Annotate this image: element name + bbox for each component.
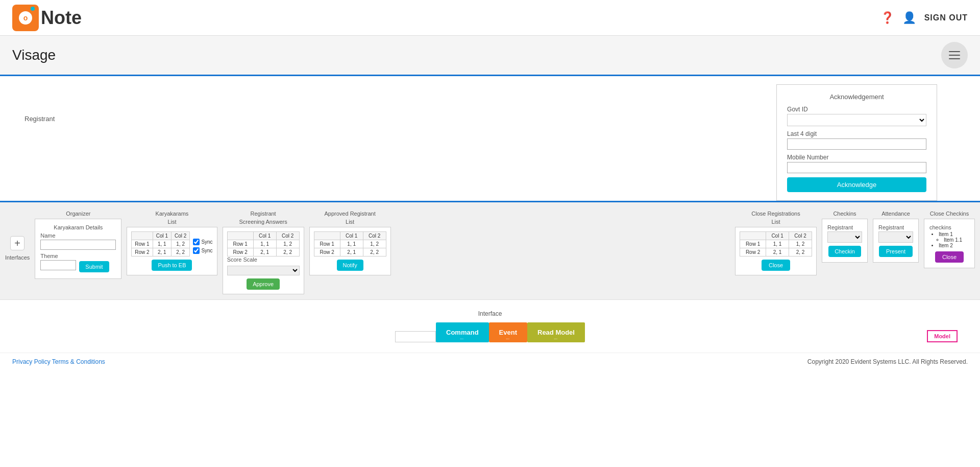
add-interface-area: + Interfaces [5, 236, 30, 261]
checkins-list: Item 1 Item 1.1 Item 2 [929, 231, 969, 248]
score-select[interactable] [227, 266, 300, 275]
name-input[interactable] [40, 240, 116, 250]
cr-r2c1: 2, 1 [766, 248, 789, 256]
interface-controls: Command ⋯ Event ⋯ Read Model ⋯ [395, 322, 585, 342]
govt-id-label: Govt ID [787, 106, 926, 113]
theme-label: Theme [40, 253, 76, 259]
header: o Note ❓ 👤 SIGN OUT [0, 0, 980, 36]
table-row: Row 2 2, 1 2, 2 [227, 248, 299, 256]
cr-r2c2: 2, 2 [789, 248, 812, 256]
k-row1: Row 1 [132, 240, 153, 248]
list-item: Item 1 [932, 231, 969, 237]
present-button[interactable]: Present [879, 246, 913, 257]
event-dots: ⋯ [506, 337, 510, 341]
approved-list-label: List [346, 219, 354, 225]
cr-row2: Row 2 [740, 248, 766, 256]
reg-r1c1: 1, 1 [253, 240, 276, 248]
table-row: Row 1 1, 1 1, 2 [132, 240, 190, 248]
sign-out-button[interactable]: SIGN OUT [924, 13, 968, 22]
push-to-eb-button[interactable]: Push to EB [152, 260, 192, 271]
attendance-select[interactable] [878, 231, 913, 243]
cr-col2: Col 2 [789, 232, 812, 240]
page-title: Visage [12, 47, 56, 63]
approve-button[interactable]: Approve [247, 278, 280, 290]
app-col2: Col 2 [363, 232, 386, 240]
hamburger-line-1 [949, 51, 960, 52]
command-button[interactable]: Command ⋯ [436, 322, 489, 342]
k-row2: Row 2 [132, 248, 153, 256]
app-r2c1: 2, 1 [340, 248, 363, 256]
command-label: Command [446, 329, 479, 336]
approved-table: Col 1 Col 2 Row 1 1, 1 1, 2 Row 2 2, 1 2… [314, 231, 386, 256]
interface-label: Interface [478, 310, 502, 317]
score-label: Score Scale [227, 256, 300, 263]
mobile-input[interactable] [787, 162, 926, 173]
interface-input[interactable] [395, 331, 436, 342]
table-row: Row 1 1, 1 1, 2 [227, 240, 299, 248]
sync-label-2: Sync [201, 248, 212, 253]
karyakaram-details-title: Karyakaram Details [40, 224, 116, 230]
copyright: Copyright 2020 Evident Systems LLC. All … [807, 358, 968, 365]
command-dots: ⋯ [460, 337, 464, 341]
reg-col2: Col 2 [276, 232, 299, 240]
close-registrations-button[interactable]: Close [762, 260, 790, 271]
close-reg-table-card: Col 1 Col 2 Row 1 1, 1 1, 2 Row 2 2, 1 2… [735, 227, 817, 275]
karyakarams-list-label: List [167, 219, 176, 225]
ack-title: Acknowledgement [787, 93, 926, 101]
logo: o Note [12, 5, 82, 31]
table-row: Row 1 1, 1 1, 2 [740, 240, 812, 248]
help-icon[interactable]: ❓ [880, 11, 894, 25]
govt-id-select[interactable] [787, 114, 926, 126]
registrant-label: Registrant [12, 107, 776, 123]
attendance-section: Attendance Registrant Present [873, 211, 919, 263]
page-title-bar: Visage [0, 36, 980, 76]
logo-dot [31, 7, 35, 11]
checkins-select[interactable] [827, 231, 862, 243]
checkin-button[interactable]: Checkin [828, 246, 861, 257]
reg-r1c2: 1, 2 [276, 240, 299, 248]
app-r1c2: 1, 2 [363, 240, 386, 248]
model-button[interactable]: Model [927, 330, 958, 342]
karyakarams-table: Col 1 Col 2 Row 1 1, 1 1, 2 Row 2 2, 1 2… [131, 231, 190, 256]
sync-checkbox-1[interactable] [193, 239, 200, 245]
logo-letter: o [19, 11, 32, 25]
karyakarams-section: Karyakarams List Col 1 Col 2 Row 1 1, 1 … [127, 211, 217, 275]
read-model-button[interactable]: Read Model ⋯ [527, 322, 585, 342]
close-checkins-title: Close Checkins [930, 211, 969, 217]
k-r1c2: 1, 2 [172, 240, 190, 248]
list-item: Item 2 [932, 243, 969, 248]
close-reg-list-label: List [771, 219, 780, 225]
readmodel-dots: ⋯ [554, 337, 558, 341]
cr-col1: Col 1 [766, 232, 789, 240]
event-button[interactable]: Event ⋯ [489, 322, 527, 342]
cr-r1c1: 1, 1 [766, 240, 789, 248]
account-icon[interactable]: 👤 [902, 11, 916, 25]
organizer-title: Organizer [66, 211, 90, 217]
table-row: Row 1 1, 1 1, 2 [314, 240, 386, 248]
ack-area: Registrant Acknowledgement Govt ID Last … [0, 76, 980, 201]
hamburger-button[interactable] [941, 42, 968, 68]
close-reg-table: Col 1 Col 2 Row 1 1, 1 1, 2 Row 2 2, 1 2… [740, 231, 812, 256]
close-checkins-button[interactable]: Close [935, 251, 964, 263]
checkins-registrant-label: Registrant [827, 224, 862, 230]
footer: Privacy Policy Terms & Conditions Copyri… [0, 353, 980, 370]
registrant-table-card: Col 1 Col 2 Row 1 1, 1 1, 2 Row 2 2, 1 2… [223, 227, 304, 294]
registrant-section: Registrant Screening Answers Col 1 Col 2… [223, 211, 304, 294]
mobile-label: Mobile Number [787, 154, 926, 161]
interface-section: Interface Command ⋯ Event ⋯ Read Model ⋯… [0, 300, 980, 347]
submit-button[interactable]: Submit [79, 261, 109, 272]
privacy-link[interactable]: Privacy Policy Terms & Conditions [12, 358, 105, 365]
notify-button[interactable]: Notify [337, 260, 363, 271]
add-button[interactable]: + [10, 236, 24, 250]
score-scale-area: Score Scale [227, 256, 300, 275]
attendance-title: Attendance [881, 211, 910, 217]
sync-checkbox-2[interactable] [193, 247, 200, 254]
interfaces-label: Interfaces [5, 254, 30, 261]
theme-input[interactable] [40, 260, 76, 270]
last4-input[interactable] [787, 138, 926, 150]
cr-r1c2: 1, 2 [789, 240, 812, 248]
app-col1: Col 1 [340, 232, 363, 240]
k-col2: Col 2 [172, 232, 190, 240]
interface-container: Interface Command ⋯ Event ⋯ Read Model ⋯ [395, 310, 585, 342]
acknowledge-button[interactable]: Acknowledge [787, 177, 926, 192]
